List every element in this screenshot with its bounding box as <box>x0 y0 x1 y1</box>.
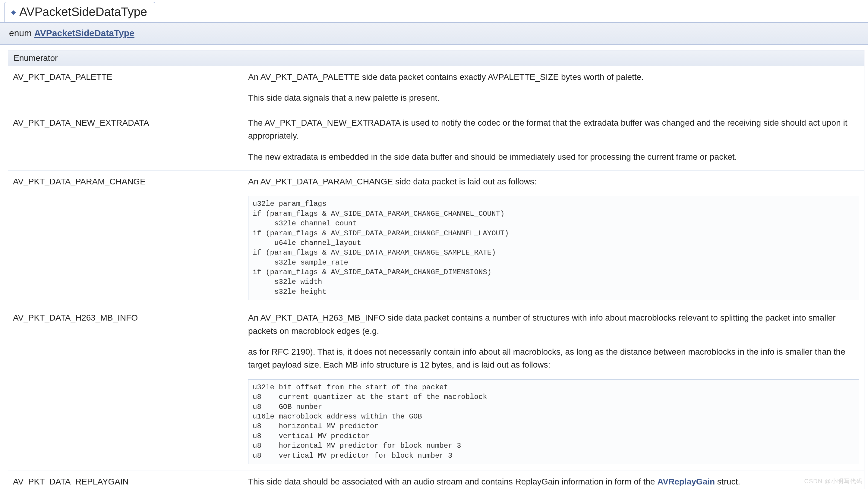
desc-text: struct. <box>715 477 740 486</box>
desc-paragraph: as for RFC 2190). That is, it does not n… <box>248 345 859 371</box>
code-fragment: u32le param_flags if (param_flags & AV_S… <box>248 196 859 300</box>
enum-name: AV_PKT_DATA_PARAM_CHANGE <box>8 170 243 307</box>
tab-strip: ◆ AVPacketSideDataType <box>0 2 868 22</box>
desc-paragraph: An AV_PKT_DATA_H263_MB_INFO side data pa… <box>248 311 859 337</box>
table-row: AV_PKT_DATA_REPLAYGAIN This side data sh… <box>8 470 864 489</box>
table-row: AV_PKT_DATA_PARAM_CHANGE An AV_PKT_DATA_… <box>8 170 864 307</box>
enumerator-table: Enumerator AV_PKT_DATA_PALETTE An AV_PKT… <box>8 50 864 489</box>
table-row: AV_PKT_DATA_H263_MB_INFO An AV_PKT_DATA_… <box>8 307 864 471</box>
enum-desc: This side data should be associated with… <box>243 470 864 489</box>
desc-paragraph: This side data should be associated with… <box>248 475 859 488</box>
enum-name: AV_PKT_DATA_NEW_EXTRADATA <box>8 112 243 170</box>
desc-paragraph: The new extradata is embedded in the sid… <box>248 150 859 163</box>
desc-paragraph: The AV_PKT_DATA_NEW_EXTRADATA is used to… <box>248 116 859 142</box>
avreplaygain-link[interactable]: AVReplayGain <box>657 477 715 486</box>
decl-type-link[interactable]: AVPacketSideDataType <box>34 28 134 38</box>
section-tab[interactable]: ◆ AVPacketSideDataType <box>4 2 155 22</box>
declaration-bar: enum AVPacketSideDataType <box>0 22 868 44</box>
table-row: AV_PKT_DATA_PALETTE An AV_PKT_DATA_PALET… <box>8 66 864 112</box>
desc-paragraph: An AV_PKT_DATA_PARAM_CHANGE side data pa… <box>248 175 859 188</box>
diamond-icon: ◆ <box>11 9 16 15</box>
table-row: AV_PKT_DATA_NEW_EXTRADATA The AV_PKT_DAT… <box>8 112 864 170</box>
table-header-row: Enumerator <box>8 50 864 66</box>
enum-desc: An AV_PKT_DATA_PARAM_CHANGE side data pa… <box>243 170 864 307</box>
code-fragment: u32le bit offset from the start of the p… <box>248 379 859 464</box>
desc-paragraph: This side data signals that a new palett… <box>248 91 859 104</box>
decl-keyword: enum <box>9 28 32 38</box>
enum-desc: An AV_PKT_DATA_PALETTE side data packet … <box>243 66 864 112</box>
enum-desc: The AV_PKT_DATA_NEW_EXTRADATA is used to… <box>243 112 864 170</box>
enum-name: AV_PKT_DATA_REPLAYGAIN <box>8 470 243 489</box>
section-title: AVPacketSideDataType <box>19 5 147 19</box>
enum-name: AV_PKT_DATA_PALETTE <box>8 66 243 112</box>
desc-paragraph: An AV_PKT_DATA_PALETTE side data packet … <box>248 70 859 84</box>
table-header: Enumerator <box>8 50 864 66</box>
enum-name: AV_PKT_DATA_H263_MB_INFO <box>8 307 243 471</box>
desc-text: This side data should be associated with… <box>248 477 657 486</box>
enum-desc: An AV_PKT_DATA_H263_MB_INFO side data pa… <box>243 307 864 471</box>
